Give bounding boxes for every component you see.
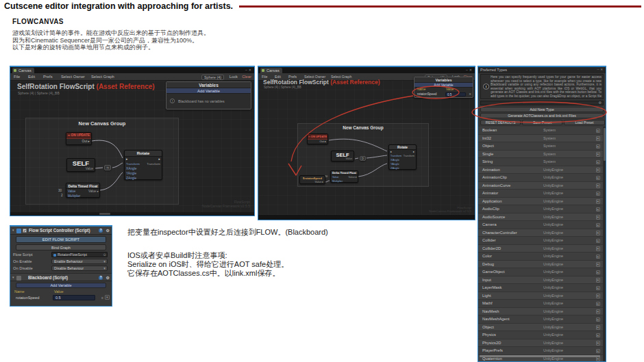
remove-type-button[interactable]: ✕ <box>596 255 601 259</box>
add-variable-button[interactable]: Add Variable <box>166 88 251 94</box>
remove-type-button[interactable]: ✕ <box>596 160 601 165</box>
remove-type-button[interactable]: ✕ <box>596 286 601 291</box>
remove-type-button[interactable]: ✕ <box>596 231 601 235</box>
add-variable-button[interactable]: Add Variable <box>414 83 473 88</box>
reset-defaults-button[interactable]: RESET DEFAULTS <box>480 120 521 125</box>
remove-type-button[interactable]: ✕ <box>596 215 601 220</box>
node-on-update[interactable]: ∞ ON UPDATE Out ▸ <box>307 133 328 144</box>
type-row: Boolean System ✕ <box>478 127 606 135</box>
remove-type-button[interactable]: ✕ <box>596 152 601 157</box>
node-rotate[interactable]: Rotate ▸▸ TransformTransform XAngle YAng… <box>388 144 417 170</box>
remove-type-button[interactable]: ✕ <box>596 302 601 307</box>
foldout-icon[interactable]: ▼ <box>12 274 14 282</box>
tab-canvas[interactable]: Canvas <box>12 68 34 73</box>
horizontal-scrollbar[interactable] <box>480 355 600 357</box>
help-icon[interactable]: ? <box>99 276 103 280</box>
menu-select-owner[interactable]: Select Owner <box>61 73 85 80</box>
remove-type-button[interactable]: ✕ <box>596 262 601 267</box>
window-controls[interactable]: –✕ <box>245 68 253 72</box>
remove-type-button[interactable]: ✕ <box>596 239 601 244</box>
gear-icon[interactable]: ⚙ <box>106 227 110 235</box>
node-self[interactable]: SELF Value <box>331 151 354 161</box>
add-new-type-button[interactable]: Add New Type <box>480 107 604 112</box>
field-label: On Disable <box>13 266 33 270</box>
remove-type-button[interactable]: ✕ <box>596 341 601 346</box>
remove-type-button[interactable]: ✕ <box>596 192 601 196</box>
remove-type-button[interactable]: ✕ <box>596 183 601 188</box>
vertical-scrollbar[interactable] <box>603 127 606 361</box>
type-row: AudioSource UnityEngine ✕ <box>478 214 606 222</box>
search-input[interactable]: ⚙ <box>480 101 604 105</box>
on-enable-dropdown[interactable]: Enable Behaviour▾ <box>51 259 108 264</box>
remove-type-button[interactable]: ✕ <box>596 246 601 251</box>
edit-flow-script-button[interactable]: EDIT FLOW SCRIPT <box>16 236 106 243</box>
save-preset-button[interactable]: Save Preset <box>522 120 562 125</box>
flow-script-object-field[interactable]: RotaionFlowScript ⊙ <box>51 252 108 257</box>
component-header-blackboard[interactable]: ▼ Blackboard (Script) ? ⚙ <box>10 273 112 281</box>
help-icon[interactable]: ? <box>99 229 103 233</box>
lock-button[interactable]: Lock <box>230 73 238 80</box>
remove-variable-icon[interactable]: ✕ <box>105 295 110 300</box>
target-object-field[interactable]: Sphere (4) <box>201 75 224 80</box>
remove-type-button[interactable]: ✕ <box>596 333 601 338</box>
clear-button[interactable]: Clear <box>242 73 251 80</box>
menu-file[interactable]: File <box>14 73 20 80</box>
generate-aot-button[interactable]: Generate AOTClasses.cs and link.xml File… <box>480 113 604 118</box>
load-preset-button[interactable]: Load Preset <box>564 120 605 125</box>
type-namespace: UnityEngine <box>543 182 563 190</box>
node-on-update[interactable]: ∞ ON UPDATE Out ▸ <box>66 132 92 145</box>
remove-type-button[interactable]: ✕ <box>596 207 601 212</box>
window-controls[interactable]: –✕ <box>597 68 604 71</box>
self-value-port[interactable]: Value <box>346 157 352 160</box>
object-picker-icon[interactable]: ⊙ <box>103 253 106 257</box>
self-value-port[interactable]: Value <box>86 167 93 170</box>
menu-edit[interactable]: Edit <box>28 73 35 80</box>
scrollbar-thumb[interactable] <box>99 213 110 215</box>
remove-type-button[interactable]: ✕ <box>596 223 601 228</box>
node-delta-timed-float[interactable]: Delta Timed Float ValueValue ▸ Multiplie… <box>330 170 358 183</box>
remove-type-button[interactable]: ✕ <box>596 136 601 141</box>
remove-type-button[interactable]: ✕ <box>596 325 601 330</box>
variable-value-input[interactable]: 0.5 <box>53 295 95 300</box>
gear-icon[interactable]: ⚙ <box>106 274 110 282</box>
out-port[interactable]: Out ▸ <box>66 139 91 144</box>
node-rotate[interactable]: Rotate ▸▸ TransformTransform XAngle YAng… <box>124 150 162 180</box>
on-disable-dropdown[interactable]: Disable Behaviour▾ <box>51 266 108 271</box>
remove-type-button[interactable]: ✕ <box>596 318 601 322</box>
window-controls[interactable]: –✕ <box>466 68 473 72</box>
out-port[interactable]: Out ▸ <box>308 140 327 144</box>
remove-type-button[interactable]: ✕ <box>596 349 601 354</box>
bind-graph-button[interactable]: Bind Graph <box>16 244 106 250</box>
node-delta-timed-float[interactable]: Delta Timed Float ValueValue ▸ Multiplie… <box>66 183 100 198</box>
remove-type-button[interactable]: ✕ <box>596 294 601 298</box>
remove-type-button[interactable]: ✕ <box>596 168 601 172</box>
remove-type-button[interactable]: ✕ <box>596 199 601 204</box>
remove-type-button[interactable]: ✕ <box>596 278 601 283</box>
type-name: Object <box>482 325 494 329</box>
node-self[interactable]: SELF Value <box>66 158 95 172</box>
node-converter[interactable]: ⊃ <box>360 156 366 161</box>
menu-icon[interactable]: ≡ <box>101 296 103 300</box>
note-blackboard: 把变量在inspector中设置好之后连接到FLOW。(Blackboard) <box>127 228 328 237</box>
type-name: CharacterController <box>482 231 517 235</box>
menu-prefs[interactable]: Prefs <box>43 73 53 80</box>
tab-canvas[interactable]: Canvas <box>260 68 282 73</box>
node-variable[interactable]: $rotaionSpeed Value ▸ <box>299 175 325 184</box>
remove-type-button[interactable]: ✕ <box>596 270 601 275</box>
remove-type-button[interactable]: ✕ <box>596 309 601 314</box>
variable-node-out[interactable]: Value ▸ <box>300 181 325 184</box>
node-converter[interactable]: ⊃ <box>104 165 111 170</box>
variable-value-input[interactable]: 0.5 <box>445 92 466 96</box>
component-header-flow-script-controller[interactable]: ▼ ✓ Flow Script Controller (Script) ? ⚙ <box>10 227 112 235</box>
remove-type-button[interactable]: ✕ <box>596 176 601 181</box>
foldout-icon[interactable]: ▼ <box>12 227 14 235</box>
horizontal-scrollbar[interactable] <box>10 212 254 216</box>
add-variable-button[interactable]: Add Variable <box>16 283 106 288</box>
gear-icon[interactable]: ⚙ <box>599 101 602 105</box>
remove-type-button[interactable]: ✕ <box>596 129 601 133</box>
menu-select-graph[interactable]: Select Graph <box>91 73 114 80</box>
scrollbar-thumb[interactable] <box>604 128 606 161</box>
remove-type-button[interactable]: ✕ <box>596 144 601 149</box>
enabled-checkbox[interactable]: ✓ <box>23 229 27 233</box>
remove-variable-icon[interactable]: ✕ <box>469 92 471 96</box>
